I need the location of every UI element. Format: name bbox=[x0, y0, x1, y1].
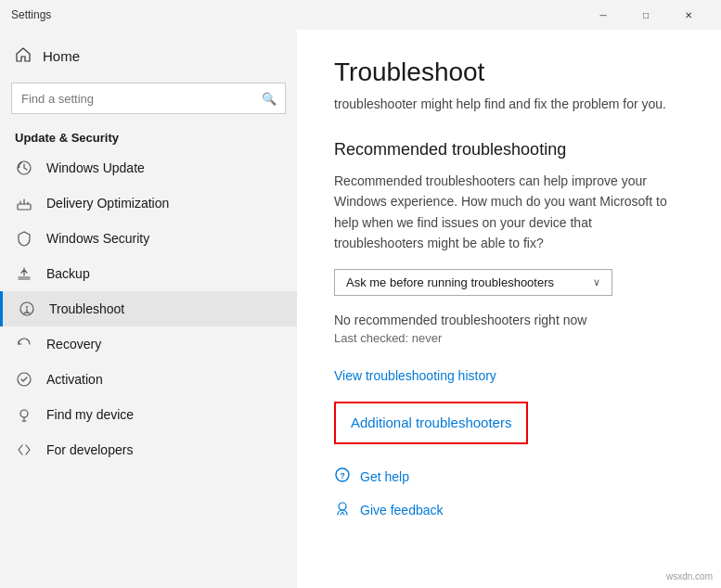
sidebar-section-title: Update & Security bbox=[0, 121, 297, 150]
svg-point-4 bbox=[20, 410, 28, 417]
give-feedback-link[interactable]: Give feedback bbox=[360, 503, 444, 518]
for-developers-label: For developers bbox=[46, 442, 133, 457]
content-intro: troubleshooter might help find and fix t… bbox=[334, 95, 684, 114]
sidebar-item-activation[interactable]: Activation bbox=[0, 362, 297, 397]
home-icon bbox=[15, 46, 32, 66]
recovery-icon bbox=[15, 336, 33, 352]
sidebar-item-recovery[interactable]: Recovery bbox=[0, 326, 297, 362]
sidebar-item-backup[interactable]: Backup bbox=[0, 256, 297, 291]
delivery-optimization-label: Delivery Optimization bbox=[46, 196, 169, 211]
give-feedback-item[interactable]: Give feedback bbox=[334, 500, 684, 520]
sidebar-item-windows-update[interactable]: Windows Update bbox=[0, 150, 297, 185]
main-content: Troubleshoot troubleshooter might help f… bbox=[297, 30, 721, 588]
history-link[interactable]: View troubleshooting history bbox=[334, 368, 496, 383]
activation-icon bbox=[15, 371, 33, 388]
windows-security-icon bbox=[15, 230, 33, 247]
give-feedback-icon bbox=[334, 500, 351, 520]
sidebar-item-for-developers[interactable]: For developers bbox=[0, 432, 297, 467]
sidebar-item-windows-security[interactable]: Windows Security bbox=[0, 221, 297, 256]
app-container: Home 🔍 Update & Security Windows Update bbox=[0, 30, 721, 588]
get-help-item[interactable]: ? Get help bbox=[334, 467, 684, 487]
delivery-optimization-icon bbox=[15, 195, 33, 211]
troubleshoot-label: Troubleshoot bbox=[49, 301, 124, 316]
app-title: Settings bbox=[11, 8, 582, 21]
title-bar: Settings ─ □ ✕ bbox=[0, 0, 721, 30]
recommended-desc: Recommended troubleshooters can help imp… bbox=[334, 171, 684, 254]
search-icon: 🔍 bbox=[262, 92, 277, 106]
additional-troubleshooters-box[interactable]: Additional troubleshooters bbox=[334, 402, 528, 444]
home-label: Home bbox=[43, 48, 80, 64]
minimize-button[interactable]: ─ bbox=[582, 0, 624, 30]
search-input[interactable] bbox=[11, 83, 286, 114]
recovery-label: Recovery bbox=[46, 337, 101, 352]
no-troubleshooters-text: No recommended troubleshooters right now bbox=[334, 313, 684, 327]
for-developers-icon bbox=[15, 441, 33, 458]
recommended-title: Recommended troubleshooting bbox=[334, 140, 684, 160]
windows-update-icon bbox=[15, 160, 33, 176]
windows-update-label: Windows Update bbox=[46, 160, 145, 175]
sidebar-item-troubleshoot[interactable]: Troubleshoot bbox=[0, 291, 297, 326]
svg-point-3 bbox=[18, 373, 31, 386]
sidebar-item-delivery-optimization[interactable]: Delivery Optimization bbox=[0, 185, 297, 221]
maximize-button[interactable]: □ bbox=[624, 0, 667, 30]
close-button[interactable]: ✕ bbox=[667, 0, 710, 30]
dropdown-label: Ask me before running troubleshooters bbox=[346, 275, 554, 289]
troubleshoot-icon bbox=[18, 300, 36, 317]
additional-troubleshooters-link[interactable]: Additional troubleshooters bbox=[351, 415, 511, 430]
sidebar-item-find-my-device[interactable]: Find my device bbox=[0, 397, 297, 432]
sidebar-item-home[interactable]: Home bbox=[0, 37, 297, 75]
windows-security-label: Windows Security bbox=[46, 231, 149, 246]
svg-rect-0 bbox=[18, 204, 31, 210]
backup-label: Backup bbox=[46, 266, 90, 281]
find-my-device-label: Find my device bbox=[46, 407, 134, 422]
window-controls: ─ □ ✕ bbox=[582, 0, 710, 30]
page-title: Troubleshoot bbox=[334, 58, 684, 87]
backup-icon bbox=[15, 265, 33, 282]
sidebar-search: 🔍 bbox=[11, 83, 286, 114]
watermark: wsxdn.com bbox=[663, 570, 715, 582]
svg-text:?: ? bbox=[340, 471, 345, 480]
svg-point-2 bbox=[26, 306, 28, 308]
troubleshooter-dropdown[interactable]: Ask me before running troubleshooters ∨ bbox=[334, 269, 612, 296]
find-my-device-icon bbox=[15, 406, 33, 423]
get-help-link[interactable]: Get help bbox=[360, 469, 409, 484]
chevron-down-icon: ∨ bbox=[593, 276, 600, 288]
last-checked-text: Last checked: never bbox=[334, 331, 684, 345]
help-links: ? Get help Give feedback bbox=[334, 467, 684, 520]
activation-label: Activation bbox=[46, 372, 103, 387]
get-help-icon: ? bbox=[334, 467, 351, 487]
sidebar: Home 🔍 Update & Security Windows Update bbox=[0, 30, 297, 588]
svg-point-7 bbox=[339, 503, 346, 510]
